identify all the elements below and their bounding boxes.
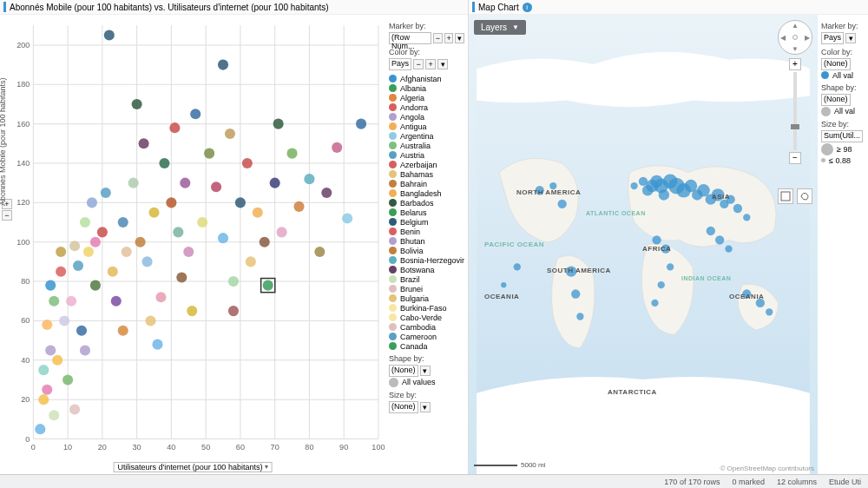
svg-text:50: 50: [201, 443, 210, 452]
color-swatch-icon: [389, 342, 397, 350]
svg-point-106: [218, 60, 228, 70]
svg-point-71: [128, 178, 139, 188]
color-by-select[interactable]: Pays: [389, 58, 411, 70]
layers-button[interactable]: Layers ▼: [474, 20, 526, 35]
svg-point-90: [242, 158, 253, 168]
legend-item[interactable]: Cambodia: [389, 322, 464, 332]
svg-point-151: [651, 300, 658, 307]
map-attribution: © OpenStreetMap contributors: [720, 465, 814, 472]
svg-text:80: 80: [21, 277, 30, 286]
marker-by-chevron[interactable]: ▾: [455, 33, 464, 43]
scatter-svg[interactable]: 0102030405060708090100020406080100120140…: [0, 15, 385, 474]
svg-text:10: 10: [63, 443, 72, 452]
map-shape-by-select[interactable]: (None): [821, 94, 851, 106]
legend-item[interactable]: Albania: [389, 83, 464, 93]
legend-item[interactable]: Botswana: [389, 265, 464, 274]
svg-point-102: [332, 142, 342, 153]
scatter-title: Abonnés Mobile (pour 100 habitants) vs. …: [10, 3, 329, 12]
svg-point-75: [148, 208, 159, 218]
size-small-icon: [821, 158, 825, 162]
legend-item[interactable]: Belgium: [389, 217, 464, 227]
map-area[interactable]: Layers ▼: [469, 15, 818, 474]
svg-point-68: [111, 296, 122, 307]
legend-item[interactable]: Bahamas: [389, 169, 464, 179]
svg-point-57: [69, 241, 80, 251]
color-swatch-icon: [389, 313, 397, 321]
svg-point-116: [152, 340, 162, 350]
map-marker-by-select[interactable]: Pays: [821, 32, 844, 44]
info-icon[interactable]: i: [523, 3, 532, 12]
color-by-chevron[interactable]: ▾: [437, 59, 448, 69]
shape-by-select[interactable]: (None): [389, 365, 418, 377]
legend-item[interactable]: Afghanistan: [389, 74, 464, 83]
legend-item[interactable]: Canada: [389, 341, 464, 351]
color-by-minus-button[interactable]: −: [413, 59, 424, 69]
shape-by-label: Shape by:: [389, 354, 464, 363]
svg-point-64: [90, 280, 101, 291]
legend-item[interactable]: Benin: [389, 227, 464, 236]
legend-item[interactable]: Bhutan: [389, 236, 464, 246]
svg-point-82: [190, 109, 201, 119]
svg-point-66: [101, 188, 111, 198]
svg-point-93: [263, 280, 273, 291]
legend-item[interactable]: Algeria: [389, 93, 464, 102]
lasso-select-tool[interactable]: [797, 188, 812, 204]
x-axis-selector[interactable]: Utilisateurs d'internet (pour 100 habita…: [114, 462, 273, 472]
legend-item[interactable]: Antigua: [389, 122, 464, 131]
shape-by-chevron[interactable]: ▾: [420, 366, 431, 376]
svg-point-158: [514, 263, 521, 270]
legend-item[interactable]: Bosnia-Herzegovina: [389, 255, 464, 265]
legend-item[interactable]: Angola: [389, 112, 464, 122]
legend-item[interactable]: Brazil: [389, 274, 464, 284]
map-color-by-select[interactable]: (None): [821, 58, 851, 70]
svg-point-85: [211, 181, 221, 192]
zoom-out-button[interactable]: −: [789, 152, 801, 164]
color-by-plus-button[interactable]: +: [425, 59, 436, 69]
legend-item[interactable]: Andorra: [389, 102, 464, 112]
legend-item[interactable]: Bahrain: [389, 179, 464, 188]
marker-by-plus-button[interactable]: +: [444, 33, 454, 43]
pan-wheel[interactable]: ▲ ▼ ◀ ▶: [778, 20, 812, 55]
legend-item[interactable]: Bulgaria: [389, 293, 464, 303]
legend-item[interactable]: Australia: [389, 141, 464, 150]
size-by-label: Size by:: [389, 391, 464, 399]
pan-north-icon[interactable]: ▲: [792, 22, 799, 30]
rect-select-tool[interactable]: [778, 188, 793, 204]
circle-icon: [389, 378, 398, 387]
svg-point-104: [356, 119, 366, 129]
legend-item[interactable]: Cabo-Verde: [389, 313, 464, 322]
svg-text:0: 0: [25, 435, 30, 444]
size-by-chevron[interactable]: ▾: [420, 402, 431, 412]
pan-center-icon[interactable]: [792, 35, 798, 40]
marker-by-label: Marker by:: [389, 22, 464, 30]
legend-item[interactable]: Brunei: [389, 284, 464, 293]
map-size-by-select[interactable]: Sum(Util...: [821, 130, 863, 142]
y-step-down-button[interactable]: −: [2, 210, 12, 221]
svg-point-45: [38, 394, 49, 405]
zoom-thumb[interactable]: [791, 124, 799, 129]
zoom-in-button[interactable]: +: [789, 58, 801, 70]
zoom-slider[interactable]: + −: [789, 58, 801, 164]
size-by-select[interactable]: (None): [389, 401, 418, 413]
legend-item[interactable]: Austria: [389, 150, 464, 160]
svg-point-62: [83, 247, 94, 257]
legend-item[interactable]: Burkina-Faso: [389, 303, 464, 313]
legend-item[interactable]: Azerbaijan: [389, 160, 464, 169]
marker-by-select[interactable]: (Row Num...: [389, 32, 431, 44]
pan-west-icon[interactable]: ◀: [780, 34, 786, 42]
pan-south-icon[interactable]: ▼: [792, 45, 799, 53]
legend-item[interactable]: Cameroon: [389, 332, 464, 341]
pan-east-icon[interactable]: ▶: [805, 34, 810, 42]
legend-item[interactable]: Barbados: [389, 198, 464, 208]
marker-by-minus-button[interactable]: −: [433, 33, 443, 43]
legend-item[interactable]: Argentina: [389, 131, 464, 141]
svg-text:40: 40: [21, 356, 30, 365]
svg-point-55: [59, 315, 69, 326]
color-swatch-icon: [389, 275, 397, 283]
legend-item[interactable]: Belarus: [389, 208, 464, 217]
svg-point-96: [277, 227, 287, 237]
legend-item[interactable]: Bolivia: [389, 246, 464, 255]
legend-item[interactable]: Bangladesh: [389, 188, 464, 198]
scatter-chart-area[interactable]: + − Abonnés Mobile (pour 100 habitants) …: [0, 15, 385, 474]
scatter-title-bar: Abonnés Mobile (pour 100 habitants) vs. …: [0, 0, 468, 15]
